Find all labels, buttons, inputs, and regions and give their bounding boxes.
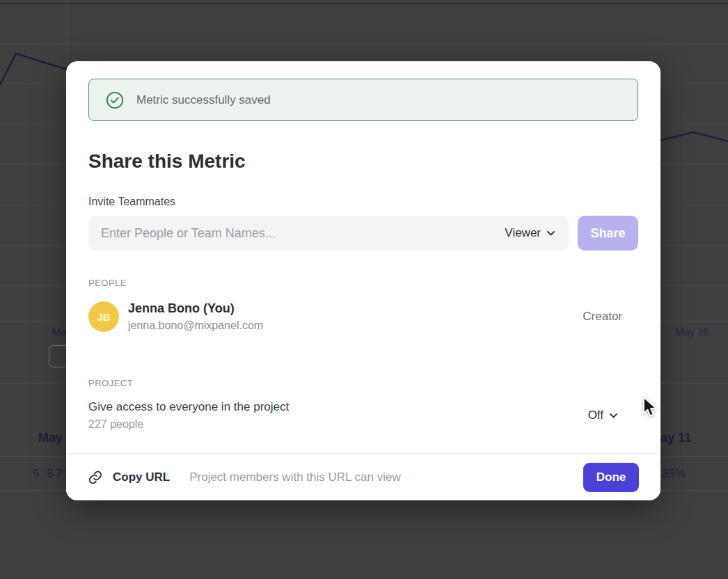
chevron-down-icon [610,413,617,418]
toast-message: Metric successfully saved [136,93,271,107]
check-circle-icon [106,91,124,109]
member-name: Jenna Bono (You) [128,301,263,316]
invite-row: Viewer Share [88,216,638,251]
link-icon [88,470,103,485]
role-dropdown[interactable]: Viewer [498,226,562,240]
url-permission-hint: Project members with this URL can view [189,470,401,484]
project-access-title: Give access to everyone in the project [88,400,289,414]
project-access-dropdown[interactable]: Off [588,409,617,422]
project-access-subtitle: 227 people [88,418,289,431]
share-metric-dialog: Metric successfully saved Share this Met… [66,61,660,500]
project-access-row: Give access to everyone in the project 2… [88,400,617,431]
people-section-label: PEOPLE [88,278,127,288]
invite-people-input[interactable] [100,225,498,241]
x-axis-label-right: May 26 [675,326,709,338]
dialog-title: Share this Metric [88,150,246,173]
chevron-down-icon [547,231,555,236]
invite-teammates-label: Invite Teammates [88,196,175,208]
member-info: Jenna Bono (You) jenna.bono@mixpanel.com [128,301,263,332]
member-row: JB Jenna Bono (You) jenna.bono@mixpanel.… [88,301,622,333]
invite-field: Viewer [88,216,569,251]
done-button[interactable]: Done [583,463,639,492]
dialog-footer: Copy URL Project members with this URL c… [66,453,660,500]
project-access-dropdown-value: Off [588,409,603,422]
copy-url-button[interactable]: Copy URL [113,470,170,484]
table-value-right: 35% [662,467,686,481]
share-button[interactable]: Share [578,216,638,251]
success-toast: Metric successfully saved [88,79,638,121]
member-email: jenna.bono@mixpanel.com [128,319,263,332]
role-dropdown-value: Viewer [505,226,541,240]
project-access-text: Give access to everyone in the project 2… [88,400,289,431]
member-role: Creator [583,310,622,324]
project-section-label: PROJECT [88,378,133,388]
avatar: JB [88,301,119,332]
